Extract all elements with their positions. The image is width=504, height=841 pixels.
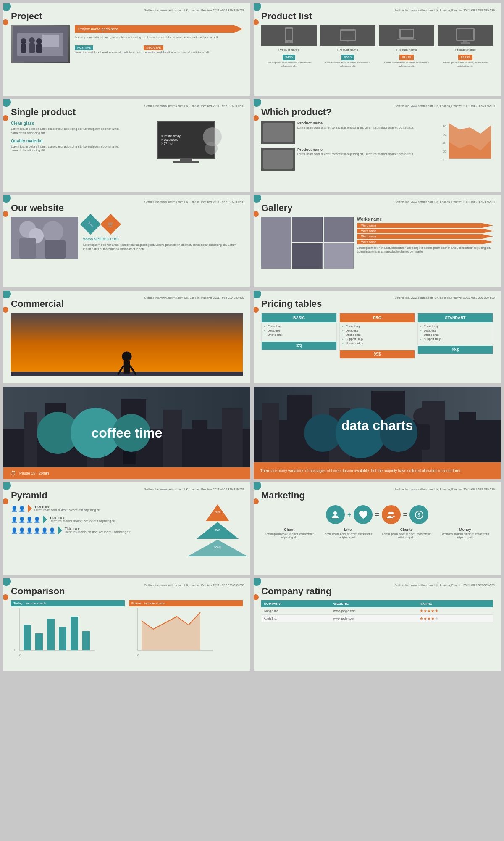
which-desc-2: Lorem ipsum dolor sit amet, consectetur …	[297, 153, 438, 156]
product-item-4: Product name $2499 Lorem ipsum dolor sit…	[438, 25, 493, 68]
project-name-banner: Project name goes here	[75, 25, 243, 33]
svg-point-11	[288, 41, 290, 43]
pro-consulting: Consulting	[342, 325, 412, 328]
svg-text:$: $	[417, 512, 420, 518]
mkt-client-desc: Lorem ipsum dolor sit amet, consectetur …	[261, 533, 318, 540]
company-rating-title: Company rating	[261, 586, 493, 597]
pyramid-text-3: Title here Lorem ipsum dolor sit amet, c…	[65, 527, 187, 534]
stars-icon-1: ★★★★★	[420, 609, 438, 613]
svg-rect-21	[461, 42, 470, 44]
pro-database: Database	[342, 329, 412, 332]
works-tag-2: Work name	[357, 229, 493, 233]
svg-marker-89	[142, 612, 200, 650]
our-website-header: Settims Inc. www.settims.com UK, London,…	[144, 200, 244, 204]
product-list-title: Product list	[261, 11, 493, 22]
product-item-1: Product name $430 Lorem ipsum dolor sit …	[261, 25, 317, 68]
apple-company: Apple Inc.	[261, 615, 331, 622]
svg-rect-40	[261, 217, 291, 269]
person-icon-1: 👤	[11, 506, 18, 512]
gallery-cell-4	[324, 243, 354, 269]
basic-price: 32$	[262, 342, 336, 350]
orange-dot	[3, 19, 8, 25]
svg-text:60: 60	[443, 133, 446, 136]
which-product-chart: 80 60 40 20 0	[443, 121, 497, 176]
website-description: Lorem ipsum dolor sit amet, consectetur …	[83, 243, 243, 251]
negative-label: NEGATIVE	[144, 45, 163, 50]
pricing-standart-body: Consulting Database Online chat Support …	[418, 322, 493, 344]
monitor-spec-3: > 27 Inch	[161, 142, 173, 145]
mkt-like-desc: Lorem ipsum dolor sit amet, consectetur …	[320, 533, 376, 540]
website-image-area	[11, 217, 78, 259]
pyramid-slide: Pyramid Settims Inc. www.settims.com UK,…	[3, 482, 250, 575]
person-icon-7: 👤	[11, 527, 18, 534]
rating-row-apple: Apple Inc. www.apple.com ★★★★★	[261, 615, 493, 622]
pricing-pro-header: PRO	[340, 313, 415, 322]
our-website-slide: Our website Settims Inc. www.settims.com…	[3, 195, 250, 287]
pyramid-text-1: Title here Lorem ipsum dolor sit amet, c…	[34, 505, 187, 512]
product-name-1: Product name	[261, 48, 317, 52]
feature1-title: Clean glass	[11, 121, 124, 126]
project-title: Project	[11, 11, 243, 22]
which-product-header: Settims Inc. www.settims.com UK, London,…	[395, 104, 495, 108]
mkt-clients: Clients Lorem ipsum dolor sit amet, cons…	[378, 527, 435, 540]
teal-dot	[254, 482, 261, 490]
single-product-content: Clean glass Lorem ipsum dolor sit amet, …	[11, 121, 243, 163]
product-price-1: $430	[283, 55, 295, 60]
pyramid-pct-1: 20%	[215, 511, 220, 514]
google-company: Google Inc.	[261, 607, 331, 615]
orange-dot	[254, 211, 259, 217]
mkt-like-name: Like	[320, 527, 376, 532]
product-name-2: Product name	[320, 48, 375, 52]
pos-neg-row: POSITIVE Lorem ipsum dolor sit amet, con…	[75, 43, 243, 54]
product-desc-3: Lorem ipsum dolor sit amet, consectetur …	[379, 61, 434, 68]
works-name-title: Works name	[357, 217, 493, 221]
comparison-title: Comparison	[11, 586, 243, 597]
pricing-basic-body: Consulting Database Online chat	[262, 322, 336, 340]
product-desc-2: Lorem ipsum dolor sit amet, consectetur …	[320, 61, 375, 68]
gallery-right: Works name Work name Work name Work name…	[357, 217, 493, 269]
website-people-svg	[11, 217, 78, 259]
gallery-grid	[261, 217, 354, 269]
wrench-icon-container: 🔧	[83, 217, 100, 234]
commercial-title: Commercial	[11, 298, 243, 309]
pricing-header: Settims Inc. www.settims.com UK, London,…	[395, 296, 495, 300]
gallery-img-1	[292, 217, 322, 242]
svg-text:40: 40	[443, 142, 446, 145]
product-price-2: $530	[341, 55, 354, 60]
rating-thead: COMPANY WEBSITE RATING	[261, 600, 493, 607]
orange-dot	[3, 594, 8, 600]
arrow-right-icon-2	[43, 515, 47, 524]
client-svg	[330, 510, 340, 520]
col-rating: RATING	[417, 600, 493, 607]
teal-dot	[3, 3, 11, 11]
svg-text:0: 0	[19, 654, 21, 657]
person-icon-11: 👤	[41, 527, 48, 534]
pyramid-title: Pyramid	[11, 490, 243, 501]
positive-label: POSITIVE	[75, 45, 93, 50]
coffee-orange-bar: ⏱ Pause 15 - 20min	[3, 467, 250, 479]
which-product-img-1	[261, 121, 295, 144]
rating-row-google: Google Inc. www.google.com ★★★★★	[261, 607, 493, 615]
product-monitor-area: > Retina ready > 1920x1080 > 27 Inch	[129, 121, 243, 163]
gallery-img-3	[292, 243, 322, 269]
project-image	[11, 25, 70, 63]
gallery-cell-3	[292, 243, 322, 269]
monitor-spec-1: > Retina ready	[161, 134, 181, 137]
pyramid-icons-3: 👤 👤 👤 👤 👤 👤	[11, 527, 55, 534]
which-text-2: Product name Lorem ipsum dolor sit amet,…	[297, 148, 438, 171]
comparison-content: Today - income charts 0 0 Future - incom…	[11, 600, 243, 660]
which-img-2	[261, 148, 295, 171]
marketing-icons-row: + = =	[261, 505, 493, 524]
gallery-img-large	[261, 217, 291, 269]
teal-dot	[254, 195, 261, 203]
product-price-4: $2499	[458, 55, 472, 60]
pricing-content: BASIC Consulting Database Online chat 32…	[261, 313, 493, 359]
laptop-icon	[397, 28, 416, 44]
pyramid-header: Settims Inc. www.settims.com UK, London,…	[144, 488, 244, 492]
negative-block: NEGATIVE Lorem ipsum dolor sit amet, con…	[144, 43, 210, 54]
project-content: Project name goes here Lorem ipsum dolor…	[11, 25, 243, 63]
orange-dot	[254, 307, 259, 313]
svg-text:0: 0	[137, 654, 139, 657]
monitor-wrapper: > Retina ready > 1920x1080 > 27 Inch	[157, 121, 215, 163]
svg-rect-19	[457, 29, 473, 40]
